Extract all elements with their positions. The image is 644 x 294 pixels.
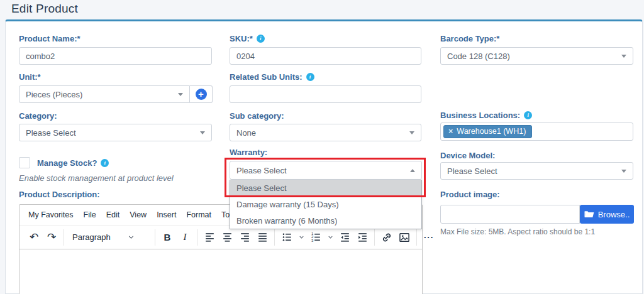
chevron-down-icon (621, 55, 626, 58)
sku-label-text: SKU:* (230, 34, 253, 43)
editor-content-area[interactable] (19, 249, 422, 294)
manage-stock-hint: Enable stock management at product level (19, 173, 174, 183)
chevron-down-icon (621, 170, 626, 173)
warranty-select[interactable]: Please Select (230, 161, 422, 180)
product-name-label: Product Name:* (19, 34, 80, 43)
sku-input[interactable]: 0204 (230, 47, 421, 65)
block-format-group: Paragraph (64, 229, 155, 246)
location-tag-text: Warehouse1 (WH1) (457, 127, 526, 136)
paragraph-select[interactable]: Paragraph (67, 229, 152, 246)
link-button[interactable] (378, 229, 396, 246)
chevron-down-icon (298, 234, 305, 241)
link-icon (380, 231, 393, 244)
menu-my-favorites[interactable]: My Favorites (23, 207, 79, 222)
numbered-list-button[interactable]: 123 (307, 229, 325, 246)
svg-text:3: 3 (311, 239, 313, 242)
warranty-dropdown: Please Select Damage warranty (15 Days) … (230, 180, 422, 229)
device-model-select[interactable]: Please Select (440, 162, 633, 180)
category-select[interactable]: Please Select (19, 124, 212, 141)
remove-tag-icon[interactable]: × (448, 127, 453, 136)
related-sub-units-label-text: Related Sub Units: (230, 72, 303, 82)
redo-button[interactable]: ↷ (43, 229, 60, 246)
unit-label: Unit:* (19, 72, 41, 82)
product-image-label-text: Product image: (440, 190, 500, 199)
unit-value: Pieces (Pieces) (26, 90, 82, 99)
warranty-option[interactable]: Broken warranty (6 Months) (230, 212, 421, 229)
product-name-value: combo2 (26, 52, 55, 61)
barcode-type-value: Code 128 (C128) (447, 52, 510, 61)
menu-format[interactable]: Format (181, 207, 216, 222)
related-sub-units-label: Related Sub Units: i (230, 72, 314, 82)
numbered-list-icon: 123 (310, 231, 322, 243)
menu-view[interactable]: View (125, 207, 152, 222)
page-title: Edit Product (11, 2, 78, 16)
chevron-up-icon (410, 169, 415, 172)
sub-category-value: None (236, 128, 256, 138)
chevron-down-icon (178, 93, 183, 96)
device-model-label-text: Device Model: (440, 151, 495, 160)
undo-button[interactable]: ↶ (25, 229, 43, 246)
image-button[interactable] (396, 229, 413, 246)
numbered-list-caret[interactable] (325, 229, 336, 246)
business-locations-label-text: Business Locations: (440, 111, 520, 120)
business-locations-info-icon[interactable]: i (524, 111, 532, 119)
device-model-value: Please Select (447, 166, 497, 176)
sku-label: SKU:* i (230, 34, 265, 43)
align-group (197, 229, 274, 246)
menu-file[interactable]: File (79, 207, 101, 222)
align-right-button[interactable] (236, 229, 253, 246)
folder-icon (584, 210, 594, 219)
manage-stock-checkbox[interactable] (19, 157, 30, 168)
category-label: Category: (19, 111, 57, 121)
warranty-label: Warranty: (230, 148, 267, 157)
history-group: ↶ ↷ (22, 229, 64, 246)
sku-value: 0204 (236, 52, 255, 61)
warranty-option[interactable]: Damage warranty (15 Days) (230, 196, 421, 212)
align-center-button[interactable] (218, 229, 236, 246)
browse-button[interactable]: Browse.. (580, 205, 634, 224)
manage-stock-info-icon[interactable]: i (101, 159, 109, 167)
outdent-button[interactable] (336, 229, 353, 246)
related-sub-units-input[interactable] (230, 85, 421, 103)
image-icon (398, 231, 411, 244)
add-unit-button[interactable]: + (190, 85, 213, 103)
product-name-input[interactable]: combo2 (19, 47, 212, 65)
align-center-icon (221, 231, 233, 243)
more-group: ··· (416, 229, 441, 246)
product-description-label: Product Description: (19, 190, 100, 199)
business-locations-label: Business Locations: i (440, 111, 532, 120)
barcode-type-label: Barcode Type:* (440, 34, 499, 43)
text-style-group: B I (155, 229, 197, 246)
align-left-button[interactable] (201, 229, 218, 246)
manage-stock-label: Manage Stock? i (37, 158, 109, 168)
business-locations-multiselect[interactable]: × Warehouse1 (WH1) (440, 122, 633, 141)
align-justify-button[interactable] (253, 229, 271, 246)
related-sub-units-info-icon[interactable]: i (306, 73, 314, 81)
product-description-label-text: Product Description: (19, 190, 100, 199)
align-right-icon (239, 231, 251, 243)
sku-info-icon[interactable]: i (257, 35, 265, 43)
bullet-list-icon (281, 231, 293, 243)
indent-button[interactable] (353, 229, 371, 246)
manage-stock-label-text: Manage Stock? (37, 158, 97, 168)
more-button[interactable]: ··· (420, 229, 438, 246)
paragraph-select-value: Paragraph (72, 232, 111, 242)
italic-button[interactable]: I (176, 229, 194, 246)
warranty-option[interactable]: Please Select (230, 180, 421, 196)
product-image-filename-input[interactable] (440, 205, 580, 224)
insert-group (374, 229, 416, 246)
bullet-list-caret[interactable] (296, 229, 307, 246)
chevron-down-icon (200, 131, 205, 134)
chevron-down-icon (409, 131, 414, 134)
bold-button[interactable]: B (158, 229, 176, 246)
location-tag: × Warehouse1 (WH1) (443, 125, 532, 138)
menu-edit[interactable]: Edit (101, 207, 125, 222)
barcode-type-select[interactable]: Code 128 (C128) (440, 47, 633, 65)
bullet-list-button[interactable] (278, 229, 296, 246)
warranty-value: Please Select (236, 166, 287, 175)
unit-select[interactable]: Pieces (Pieces) (19, 85, 190, 103)
sub-category-select[interactable]: None (230, 124, 421, 141)
chevron-down-icon (127, 233, 135, 241)
menu-insert[interactable]: Insert (152, 207, 181, 222)
plus-circle-icon: + (196, 89, 207, 100)
